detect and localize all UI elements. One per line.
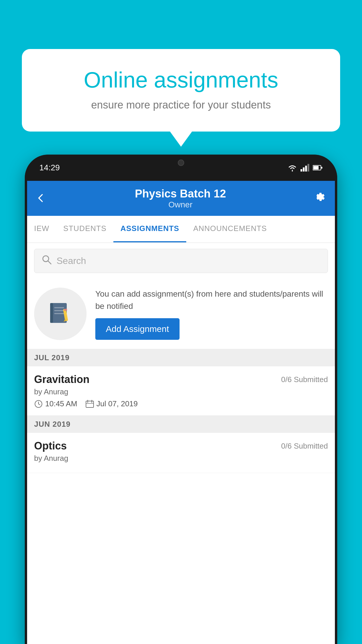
bubble-title: Online assignments (42, 66, 320, 93)
svg-rect-11 (54, 307, 64, 308)
promo-content: You can add assignment(s) from here and … (95, 288, 328, 340)
add-assignment-button[interactable]: Add Assignment (95, 318, 180, 340)
assignment-gravitation-name: Gravitation (34, 373, 89, 386)
tab-iew[interactable]: IEW (27, 216, 56, 242)
svg-rect-12 (54, 310, 64, 311)
signal-icon (301, 164, 309, 172)
bubble-subtitle: ensure more practice for your students (42, 99, 320, 111)
assignment-gravitation-date: Jul 07, 2019 (85, 399, 138, 408)
back-button[interactable] (36, 190, 46, 207)
assignment-optics-author: by Anurag (34, 454, 328, 463)
camera-dot (178, 160, 184, 166)
svg-rect-0 (301, 169, 302, 172)
tab-assignments[interactable]: ASSIGNMENTS (113, 216, 186, 242)
app-bar-title-block: Physics Batch 12 Owner (52, 188, 309, 209)
status-icons (288, 164, 323, 172)
promo-speech-bubble: Online assignments ensure more practice … (22, 49, 340, 132)
search-input[interactable]: Search (57, 256, 86, 266)
calendar-icon (85, 400, 94, 408)
clock-icon (34, 400, 43, 408)
svg-rect-5 (313, 166, 319, 169)
assignment-optics[interactable]: Optics 0/6 Submitted by Anurag (27, 433, 335, 473)
notch (158, 155, 204, 171)
phone-frame: 14:29 (25, 155, 337, 644)
app-bar: Physics Batch 12 Owner (27, 181, 335, 216)
assignment-gravitation-meta: 10:45 AM Jul 07, 2019 (34, 399, 328, 408)
promo-description: You can add assignment(s) from here and … (95, 288, 328, 312)
tab-students[interactable]: STUDENTS (56, 216, 113, 242)
assignment-gravitation-submitted: 0/6 Submitted (281, 375, 328, 384)
assignment-optics-header: Optics 0/6 Submitted (34, 440, 328, 452)
search-box[interactable]: Search (34, 249, 328, 273)
wifi-icon (288, 164, 297, 172)
assignment-icon-circle (34, 288, 87, 340)
battery-icon (313, 165, 323, 171)
gravitation-date-value: Jul 07, 2019 (96, 399, 138, 408)
phone-screen: Physics Batch 12 Owner IEW STUDENTS ASSI… (27, 181, 335, 644)
status-time: 14:29 (39, 163, 60, 172)
svg-rect-1 (303, 167, 305, 172)
batch-subtitle: Owner (52, 200, 309, 209)
svg-rect-2 (305, 166, 307, 172)
search-icon (41, 254, 52, 267)
batch-title: Physics Batch 12 (52, 188, 309, 200)
svg-rect-3 (307, 164, 309, 172)
assignment-gravitation[interactable]: Gravitation 0/6 Submitted by Anurag 10:4… (27, 366, 335, 416)
svg-line-8 (48, 261, 51, 264)
tab-announcements[interactable]: ANNOUNCEMENTS (186, 216, 274, 242)
assignment-gravitation-time: 10:45 AM (34, 399, 77, 408)
assignment-gravitation-author: by Anurag (34, 387, 328, 396)
search-container: Search (27, 243, 335, 279)
svg-rect-20 (86, 401, 94, 407)
status-bar: 14:29 (25, 155, 337, 181)
section-jul-2019: JUL 2019 (27, 349, 335, 366)
tabs-bar: IEW STUDENTS ASSIGNMENTS ANNOUNCEMENTS (27, 216, 335, 243)
section-jun-2019: JUN 2019 (27, 416, 335, 433)
notebook-icon (47, 301, 73, 327)
assignment-optics-name: Optics (34, 440, 67, 452)
promo-block: You can add assignment(s) from here and … (27, 279, 335, 349)
gravitation-time-value: 10:45 AM (45, 399, 77, 408)
svg-rect-10 (50, 303, 53, 323)
svg-rect-13 (54, 313, 64, 314)
assignment-gravitation-header: Gravitation 0/6 Submitted (34, 373, 328, 386)
settings-icon[interactable] (312, 190, 326, 207)
assignment-optics-submitted: 0/6 Submitted (281, 442, 328, 451)
svg-line-19 (38, 404, 40, 405)
svg-rect-6 (321, 167, 322, 169)
